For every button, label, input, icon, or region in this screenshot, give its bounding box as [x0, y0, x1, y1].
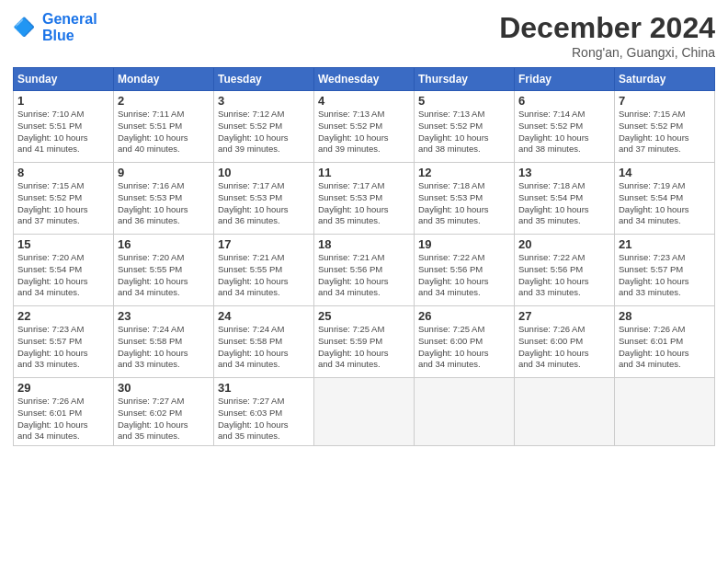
day-info: Sunrise: 7:13 AMSunset: 5:52 PMDaylight:…: [418, 109, 510, 155]
day-number: 13: [518, 166, 610, 179]
table-row: 15Sunrise: 7:20 AMSunset: 5:54 PMDayligh…: [14, 235, 114, 306]
table-row: 11Sunrise: 7:17 AMSunset: 5:53 PMDayligh…: [314, 163, 415, 235]
table-row: 28Sunrise: 7:26 AMSunset: 6:01 PMDayligh…: [615, 306, 715, 378]
table-row: 29Sunrise: 7:26 AMSunset: 6:01 PMDayligh…: [14, 378, 114, 446]
day-number: 28: [619, 309, 711, 323]
logo-icon: 🔷: [13, 15, 39, 40]
table-row: 20Sunrise: 7:22 AMSunset: 5:56 PMDayligh…: [515, 235, 615, 306]
day-number: 5: [418, 94, 510, 108]
table-row: 6Sunrise: 7:14 AMSunset: 5:52 PMDaylight…: [515, 91, 615, 163]
day-number: 20: [518, 237, 610, 251]
table-row: 30Sunrise: 7:27 AMSunset: 6:02 PMDayligh…: [114, 378, 214, 446]
table-row: [415, 378, 515, 446]
day-number: 6: [518, 94, 610, 108]
col-monday: Monday: [114, 68, 214, 91]
table-row: 31Sunrise: 7:27 AMSunset: 6:03 PMDayligh…: [214, 378, 314, 446]
day-number: 21: [619, 237, 711, 251]
location: Rong'an, Guangxi, China: [499, 45, 715, 60]
day-info: Sunrise: 7:10 AMSunset: 5:51 PMDaylight:…: [17, 109, 109, 155]
col-friday: Friday: [515, 68, 615, 91]
day-info: Sunrise: 7:24 AMSunset: 5:58 PMDaylight:…: [218, 324, 310, 371]
table-row: 13Sunrise: 7:18 AMSunset: 5:54 PMDayligh…: [515, 163, 615, 235]
day-info: Sunrise: 7:26 AMSunset: 6:01 PMDaylight:…: [17, 396, 109, 442]
calendar-week-row: 22Sunrise: 7:23 AMSunset: 5:57 PMDayligh…: [14, 306, 715, 378]
table-row: 16Sunrise: 7:20 AMSunset: 5:55 PMDayligh…: [114, 235, 214, 306]
day-info: Sunrise: 7:26 AMSunset: 6:01 PMDaylight:…: [619, 324, 711, 371]
col-sunday: Sunday: [14, 68, 114, 91]
table-row: 19Sunrise: 7:22 AMSunset: 5:56 PMDayligh…: [415, 235, 515, 306]
day-number: 22: [17, 309, 109, 323]
day-number: 17: [218, 237, 310, 251]
day-number: 7: [619, 94, 711, 108]
table-row: 22Sunrise: 7:23 AMSunset: 5:57 PMDayligh…: [14, 306, 114, 378]
day-info: Sunrise: 7:19 AMSunset: 5:54 PMDaylight:…: [619, 180, 711, 227]
day-number: 31: [218, 381, 310, 395]
col-tuesday: Tuesday: [214, 68, 314, 91]
day-number: 8: [17, 166, 109, 179]
day-info: Sunrise: 7:20 AMSunset: 5:55 PMDaylight:…: [118, 252, 210, 299]
logo: 🔷 General Blue: [13, 11, 97, 45]
logo-text2: Blue: [42, 28, 97, 44]
day-info: Sunrise: 7:27 AMSunset: 6:03 PMDaylight:…: [218, 396, 310, 442]
calendar-week-row: 29Sunrise: 7:26 AMSunset: 6:01 PMDayligh…: [14, 378, 715, 446]
day-info: Sunrise: 7:20 AMSunset: 5:54 PMDaylight:…: [17, 252, 109, 299]
table-row: [615, 378, 715, 446]
day-number: 14: [619, 166, 711, 179]
table-row: 17Sunrise: 7:21 AMSunset: 5:55 PMDayligh…: [214, 235, 314, 306]
table-row: 8Sunrise: 7:15 AMSunset: 5:52 PMDaylight…: [14, 163, 114, 235]
header: 🔷 General Blue December 2024 Rong'an, Gu…: [13, 11, 715, 60]
day-number: 19: [418, 237, 510, 251]
calendar-week-row: 1Sunrise: 7:10 AMSunset: 5:51 PMDaylight…: [14, 91, 715, 163]
day-info: Sunrise: 7:17 AMSunset: 5:53 PMDaylight:…: [318, 180, 410, 227]
col-thursday: Thursday: [415, 68, 515, 91]
day-number: 10: [218, 166, 310, 179]
svg-text:🔷: 🔷: [13, 16, 36, 38]
table-row: 21Sunrise: 7:23 AMSunset: 5:57 PMDayligh…: [615, 235, 715, 306]
day-info: Sunrise: 7:11 AMSunset: 5:51 PMDaylight:…: [118, 109, 210, 155]
day-number: 15: [17, 237, 109, 251]
table-row: [515, 378, 615, 446]
day-number: 30: [118, 381, 210, 395]
table-row: 5Sunrise: 7:13 AMSunset: 5:52 PMDaylight…: [415, 91, 515, 163]
day-info: Sunrise: 7:17 AMSunset: 5:53 PMDaylight:…: [218, 180, 310, 227]
day-number: 1: [17, 94, 109, 108]
table-row: 2Sunrise: 7:11 AMSunset: 5:51 PMDaylight…: [114, 91, 214, 163]
day-number: 25: [318, 309, 410, 323]
col-saturday: Saturday: [615, 68, 715, 91]
day-info: Sunrise: 7:25 AMSunset: 6:00 PMDaylight:…: [418, 324, 510, 371]
day-number: 9: [118, 166, 210, 179]
day-number: 27: [518, 309, 610, 323]
day-info: Sunrise: 7:22 AMSunset: 5:56 PMDaylight:…: [518, 252, 610, 299]
calendar-week-row: 8Sunrise: 7:15 AMSunset: 5:52 PMDaylight…: [14, 163, 715, 235]
day-info: Sunrise: 7:16 AMSunset: 5:53 PMDaylight:…: [118, 180, 210, 227]
day-number: 29: [17, 381, 109, 395]
table-row: 10Sunrise: 7:17 AMSunset: 5:53 PMDayligh…: [214, 163, 314, 235]
day-number: 18: [318, 237, 410, 251]
day-number: 23: [118, 309, 210, 323]
day-info: Sunrise: 7:15 AMSunset: 5:52 PMDaylight:…: [17, 180, 109, 227]
day-number: 24: [218, 309, 310, 323]
day-info: Sunrise: 7:24 AMSunset: 5:58 PMDaylight:…: [118, 324, 210, 371]
day-info: Sunrise: 7:14 AMSunset: 5:52 PMDaylight:…: [518, 109, 610, 155]
table-row: 14Sunrise: 7:19 AMSunset: 5:54 PMDayligh…: [615, 163, 715, 235]
day-info: Sunrise: 7:18 AMSunset: 5:54 PMDaylight:…: [518, 180, 610, 227]
table-row: 27Sunrise: 7:26 AMSunset: 6:00 PMDayligh…: [515, 306, 615, 378]
day-number: 4: [318, 94, 410, 108]
calendar-week-row: 15Sunrise: 7:20 AMSunset: 5:54 PMDayligh…: [14, 235, 715, 306]
day-info: Sunrise: 7:12 AMSunset: 5:52 PMDaylight:…: [218, 109, 310, 155]
table-row: 9Sunrise: 7:16 AMSunset: 5:53 PMDaylight…: [114, 163, 214, 235]
table-row: 24Sunrise: 7:24 AMSunset: 5:58 PMDayligh…: [214, 306, 314, 378]
day-number: 11: [318, 166, 410, 179]
day-number: 2: [118, 94, 210, 108]
month-title: December 2024: [499, 11, 715, 45]
day-info: Sunrise: 7:25 AMSunset: 5:59 PMDaylight:…: [318, 324, 410, 371]
table-row: 23Sunrise: 7:24 AMSunset: 5:58 PMDayligh…: [114, 306, 214, 378]
day-info: Sunrise: 7:13 AMSunset: 5:52 PMDaylight:…: [318, 109, 410, 155]
day-info: Sunrise: 7:21 AMSunset: 5:56 PMDaylight:…: [318, 252, 410, 299]
day-info: Sunrise: 7:26 AMSunset: 6:00 PMDaylight:…: [518, 324, 610, 371]
calendar-table: Sunday Monday Tuesday Wednesday Thursday…: [13, 67, 715, 446]
table-row: 25Sunrise: 7:25 AMSunset: 5:59 PMDayligh…: [314, 306, 415, 378]
day-number: 3: [218, 94, 310, 108]
day-number: 12: [418, 166, 510, 179]
day-number: 26: [418, 309, 510, 323]
